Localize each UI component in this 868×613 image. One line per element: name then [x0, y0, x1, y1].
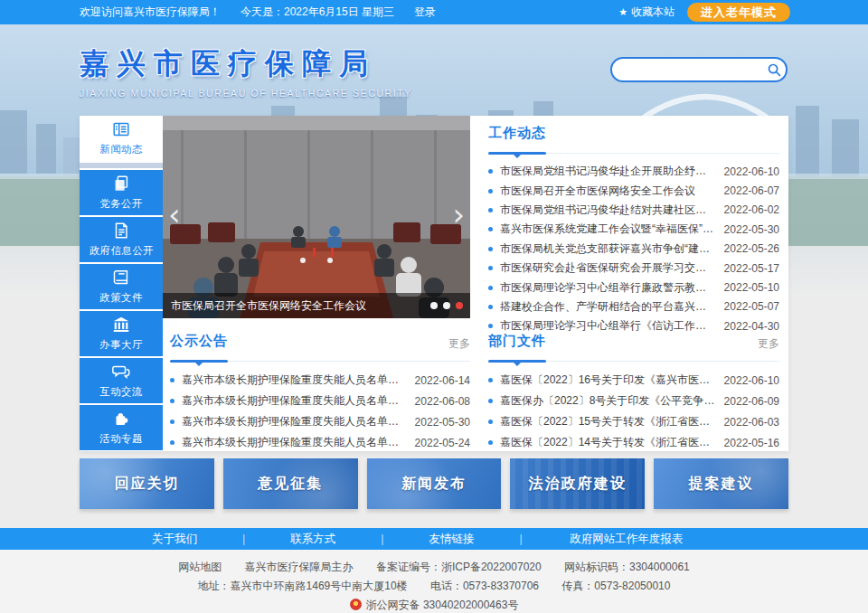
sidebar-item-party-affairs[interactable]: 党务公开: [80, 170, 163, 215]
news-list: 市医保局党组书记冯俊华赴企开展助企纾困活动2022-06-10 市医保局召开全市…: [488, 162, 779, 336]
search-button[interactable]: [763, 59, 786, 80]
bullet-icon: [488, 208, 493, 212]
news-item[interactable]: 搭建校企合作、产学研相结合的平台嘉兴市长期护理...2022-05-07: [488, 297, 779, 316]
news-item[interactable]: 市医保局党组书记冯俊华赴企开展助企纾困活动2022-06-10: [488, 162, 779, 181]
announcement-item[interactable]: 嘉兴市本级长期护理保险重度失能人员名单公示（2...2022-05-30: [170, 411, 470, 432]
section-title: 工作动态: [488, 125, 546, 140]
dept-file-item[interactable]: 嘉医保〔2022〕16号关于印发《嘉兴市医疗保...2022-06-10: [488, 370, 779, 391]
site-logo: 嘉兴市医疗保障局 JIAXING MUNICIPAL BUREAU OF HEA…: [80, 44, 412, 99]
sitemap-link[interactable]: 网站地图: [178, 561, 222, 573]
sidebar-menu: 新闻动态 党务公开 政府信息公开 政策文件: [80, 116, 163, 452]
footer-info-line3: 浙公网安备 33040202000463号: [0, 596, 868, 613]
title-pointer: [514, 155, 521, 158]
search-input[interactable]: [623, 60, 763, 80]
more-link[interactable]: 更多: [758, 336, 779, 352]
news-item[interactable]: 市医保局机关党总支部获评嘉兴市争创“建设清廉机...2022-05-26: [488, 240, 779, 259]
dept-file-item[interactable]: 嘉医保〔2022〕15号关于转发《浙江省医疗保...2022-06-03: [488, 411, 779, 432]
favorite-link[interactable]: ★ 收藏本站: [618, 5, 675, 20]
news-item[interactable]: 市医保局党组书记冯俊华赴结对共建社区指导全国文...2022-06-02: [488, 201, 779, 220]
bullet-icon: [488, 247, 493, 251]
fax-text: 传真：0573-82050010: [561, 580, 670, 592]
bullet-icon: [488, 440, 493, 445]
sidebar-label: 党务公开: [99, 196, 143, 211]
sidebar-item-policy-files[interactable]: 政策文件: [80, 264, 163, 309]
search-bar: [610, 57, 788, 82]
banner-news-release[interactable]: 新闻发布: [367, 458, 502, 509]
sidebar-label: 互动交流: [99, 384, 143, 399]
sidebar-label: 政策文件: [99, 290, 143, 305]
bullet-icon: [488, 305, 493, 309]
sidebar-label: 办事大厅: [99, 337, 143, 352]
announcement-item[interactable]: 嘉兴市本级长期护理保险重度失能人员名单公示（2...2022-05-24: [170, 432, 470, 453]
bullet-icon: [488, 169, 493, 174]
sidebar-item-interaction[interactable]: 互动交流: [80, 358, 163, 403]
carousel-prev-arrow[interactable]: ‹: [168, 201, 181, 228]
carousel-next-arrow[interactable]: ›: [452, 201, 465, 228]
section-header: 公示公告 更多: [170, 333, 470, 362]
sidebar-item-gov-info[interactable]: 政府信息公开: [80, 217, 163, 262]
newspaper-icon: [111, 119, 131, 139]
footer-link-annual-report[interactable]: 政府网站工作年度报表: [523, 532, 731, 547]
dept-file-item[interactable]: 嘉医保〔2022〕14号关于转发《浙江省医疗保...2022-05-16: [488, 432, 779, 453]
banner-respond-concerns[interactable]: 回应关切: [80, 458, 214, 509]
welcome-text: 欢迎访问嘉兴市医疗保障局！: [80, 5, 221, 20]
news-item[interactable]: 嘉兴市医保系统党建工作会议暨“幸福医保”党建联...2022-05-30: [488, 220, 779, 239]
section-title: 部门文件: [488, 333, 546, 348]
chat-icon: [111, 362, 131, 382]
bullet-icon: [170, 440, 175, 445]
favorite-label: 收藏本站: [631, 5, 675, 20]
banner-proposal-suggestions[interactable]: 提案建议: [654, 458, 788, 509]
carousel-dot[interactable]: [443, 302, 450, 309]
bullet-icon: [488, 399, 493, 403]
carousel-dot[interactable]: [430, 302, 438, 309]
address-text: 地址：嘉兴市中环南路1469号中南大厦10楼: [198, 580, 408, 592]
bullet-icon: [170, 378, 175, 382]
footer-info: 网站地图 嘉兴市医疗保障局主办 备案证编号：浙ICP备2022007020 网站…: [0, 550, 868, 613]
dept-file-list: 嘉医保〔2022〕16号关于印发《嘉兴市医疗保...2022-06-10 嘉医保…: [488, 370, 779, 453]
host-text: 嘉兴市医疗保障局主办: [245, 561, 354, 573]
section-header: 部门文件 更多: [488, 333, 779, 362]
section-title: 公示公告: [170, 333, 228, 348]
site-code-text: 网站标识码：3304000061: [564, 561, 690, 573]
news-item[interactable]: 市医保研究会赴省医保研究会开展学习交流活动2022-05-17: [488, 259, 779, 278]
sidebar-label: 政府信息公开: [89, 243, 153, 258]
announcement-item[interactable]: 嘉兴市本级长期护理保险重度失能人员名单公示（2...2022-06-14: [170, 370, 470, 391]
site-subtitle: JIAXING MUNICIPAL BUREAU OF HEALTHCARE S…: [80, 88, 412, 99]
work-news-panel: 工作动态 市医保局党组书记冯俊华赴企开展助企纾困活动2022-06-10 市医保…: [488, 125, 779, 336]
topbar: 欢迎访问嘉兴市医疗保障局！ 今天是：2022年6月15日 星期三 登录 ★ 收藏…: [0, 0, 868, 24]
bullet-icon: [488, 378, 493, 382]
bullet-icon: [488, 189, 493, 193]
announcement-item[interactable]: 嘉兴市本级长期护理保险重度失能人员名单公示（2...2022-06-08: [170, 391, 470, 411]
news-item[interactable]: 市医保局理论学习中心组举行廉政警示教育专题学习...2022-05-10: [488, 278, 779, 297]
puzzle-icon: [111, 409, 131, 429]
dept-file-item[interactable]: 嘉医保办〔2022〕8号关于印发《公平竞争审查...2022-06-09: [488, 391, 779, 411]
sidebar-item-news[interactable]: 新闻动态: [80, 116, 163, 161]
bullet-icon: [488, 420, 493, 424]
footer-link-about[interactable]: 关于我们: [107, 532, 242, 547]
bullet-icon: [488, 227, 493, 231]
footer-link-contact[interactable]: 联系方式: [245, 532, 381, 547]
main-content-card: 新闻动态 党务公开 政府信息公开 政策文件: [80, 116, 788, 451]
banner-opinion-collection[interactable]: 意见征集: [223, 458, 358, 509]
title-pointer: [514, 363, 521, 366]
bullet-icon: [170, 399, 175, 403]
carousel-dots: [430, 302, 463, 309]
elder-mode-button[interactable]: 进入老年模式: [687, 3, 790, 22]
section-header: 工作动态: [488, 125, 779, 154]
news-item[interactable]: 市医保局召开全市医保网络安全工作会议2022-06-07: [488, 181, 779, 200]
carousel-caption[interactable]: 市医保局召开全市医保网络安全工作会议: [163, 293, 470, 318]
sidebar-item-service-hall[interactable]: 办事大厅: [80, 311, 163, 356]
login-link[interactable]: 登录: [414, 5, 436, 20]
banner-law-gov-construction[interactable]: 法治政府建设: [510, 458, 645, 509]
dept-files-panel: 部门文件 更多 嘉医保〔2022〕16号关于印发《嘉兴市医疗保...2022-0…: [488, 333, 779, 453]
sidebar-item-special-topics[interactable]: 活动专题: [80, 405, 163, 450]
announcements-panel: 公示公告 更多 嘉兴市本级长期护理保险重度失能人员名单公示（2...2022-0…: [170, 333, 470, 453]
footer-link-friendly-links[interactable]: 友情链接: [384, 532, 520, 547]
carousel-dot-active[interactable]: [456, 302, 463, 309]
bullet-icon: [488, 266, 493, 270]
sidebar-label: 活动专题: [99, 431, 143, 446]
more-link[interactable]: 更多: [448, 336, 470, 352]
bullet-icon: [170, 420, 175, 424]
phone-text: 电话：0573-83370706: [430, 580, 539, 592]
police-badge-icon: [350, 599, 362, 610]
